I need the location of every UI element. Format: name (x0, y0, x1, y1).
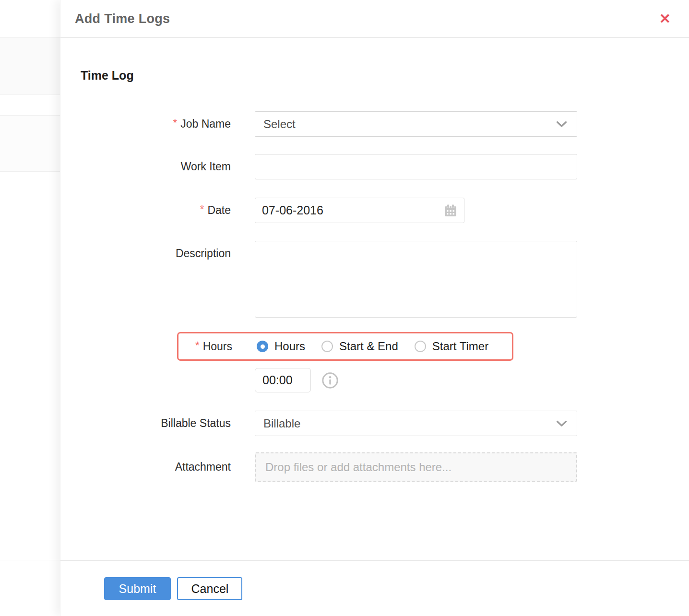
section-title: Time Log (81, 69, 689, 83)
work-item-label: Work Item (81, 160, 231, 174)
description-label: Description (81, 241, 231, 261)
info-icon[interactable] (321, 372, 339, 389)
required-asterisk: * (173, 117, 178, 129)
date-input[interactable]: 07-06-2016 (255, 198, 464, 223)
modal-body: Time Log *Job Name Select Work Item (60, 69, 689, 482)
date-label: *Date (81, 203, 231, 217)
description-row: Description (81, 241, 689, 320)
date-row: *Date 07-06-2016 (81, 198, 689, 223)
required-asterisk: * (195, 339, 200, 351)
radio-start-end-label: Start & End (339, 340, 398, 353)
radio-unselected-icon[interactable] (321, 341, 333, 352)
attachment-dropzone[interactable]: Drop files or add attachments here... (255, 452, 577, 482)
radio-selected-icon[interactable] (257, 341, 268, 352)
job-name-select-value: Select (263, 118, 296, 131)
background-page (0, 0, 60, 616)
calendar-icon (444, 204, 457, 217)
job-name-row: *Job Name Select (81, 111, 689, 137)
hours-radio-group: Hours Start & End Start Timer (257, 340, 505, 353)
job-name-select[interactable]: Select (255, 111, 577, 137)
modal-footer: Submit Cancel (60, 560, 689, 600)
submit-button[interactable]: Submit (104, 577, 171, 600)
billable-status-select[interactable]: Billable (255, 411, 577, 436)
background-row-divider (0, 115, 60, 116)
hours-label: *Hours (186, 340, 232, 353)
add-time-logs-modal: Add Time Logs ✕ Time Log *Job Name Selec… (60, 0, 689, 616)
description-textarea[interactable] (255, 241, 577, 318)
hours-highlight-box: *Hours Hours Start & End Start Timer (177, 332, 513, 361)
cancel-button[interactable]: Cancel (177, 577, 242, 600)
close-icon[interactable]: ✕ (659, 12, 671, 26)
attachment-label: Attachment (81, 460, 231, 474)
background-row-divider (0, 560, 60, 560)
radio-unselected-icon[interactable] (415, 341, 426, 352)
background-row-shade (0, 38, 60, 95)
duration-row (255, 368, 689, 392)
required-asterisk: * (200, 203, 204, 215)
date-value: 07-06-2016 (262, 203, 323, 217)
radio-start-timer[interactable]: Start Timer (415, 340, 488, 353)
background-row-shade (0, 116, 60, 172)
chevron-down-icon (556, 420, 567, 427)
job-name-label: *Job Name (81, 117, 231, 131)
radio-hours-label: Hours (274, 340, 305, 353)
billable-status-label: Billable Status (81, 416, 231, 430)
chevron-down-icon (556, 121, 567, 128)
radio-start-timer-label: Start Timer (432, 340, 488, 353)
duration-input[interactable] (255, 368, 311, 392)
attachment-row: Attachment Drop files or add attachments… (81, 452, 689, 482)
background-row-divider (0, 95, 60, 95)
work-item-input[interactable] (255, 154, 577, 179)
section-divider (81, 89, 674, 89)
modal-title: Add Time Logs (75, 12, 170, 26)
radio-hours[interactable]: Hours (257, 340, 305, 353)
work-item-row: Work Item (81, 154, 689, 179)
billable-status-value: Billable (263, 417, 300, 430)
radio-start-end[interactable]: Start & End (321, 340, 398, 353)
modal-header: Add Time Logs ✕ (60, 0, 689, 38)
background-row-divider (0, 171, 60, 172)
billable-status-row: Billable Status Billable (81, 411, 689, 436)
background-row-divider (0, 37, 60, 38)
